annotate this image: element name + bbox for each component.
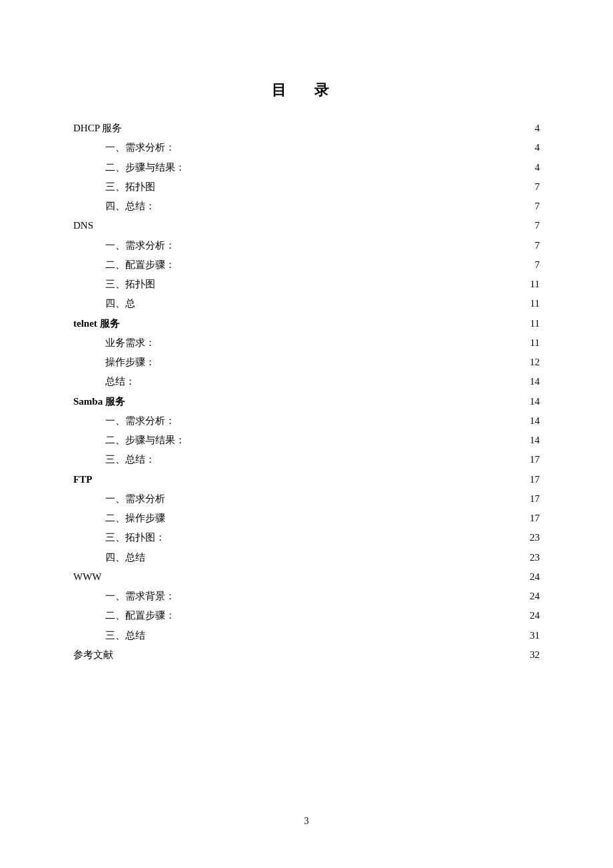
toc-entry-page: 11 bbox=[530, 275, 540, 294]
toc-entry-page: 17 bbox=[530, 489, 540, 509]
toc-entry-label: 四、总结： bbox=[105, 197, 155, 216]
toc-entry: 一、需求分析：4 bbox=[73, 138, 540, 157]
toc-leader-dots bbox=[177, 414, 528, 424]
toc-entry-label: WWW bbox=[73, 567, 101, 587]
toc-entry-label: 三、总结： bbox=[105, 450, 155, 469]
toc-entry-label: 二、配置步骤： bbox=[105, 255, 175, 275]
toc-leader-dots bbox=[127, 395, 528, 405]
toc-entry-page: 7 bbox=[535, 216, 540, 235]
toc-entry-page: 23 bbox=[530, 548, 540, 567]
document-page: 目 录 DHCP 服务4一、需求分析：4二、步骤与结果：4三、拓扑图7四、总结：… bbox=[0, 0, 613, 868]
toc-entry-page: 14 bbox=[530, 392, 540, 411]
toc-entry-label: 二、步骤与结果： bbox=[105, 431, 185, 450]
toc-leader-dots bbox=[177, 239, 534, 249]
toc-entry-page: 24 bbox=[530, 567, 540, 587]
toc-leader-dots bbox=[177, 589, 528, 599]
toc-entry: 二、操作步骤17 bbox=[73, 509, 540, 528]
toc-entry-label: DHCP 服务 bbox=[73, 119, 122, 138]
toc-entry: 一、需求分析：7 bbox=[73, 236, 540, 255]
toc-title: 目 录 bbox=[73, 80, 540, 100]
toc-entry-page: 11 bbox=[530, 333, 540, 353]
toc-entry-page: 11 bbox=[530, 294, 540, 313]
toc-entry: 四、总结：7 bbox=[73, 197, 540, 216]
toc-entry-page: 7 bbox=[535, 236, 540, 255]
toc-leader-dots bbox=[167, 531, 528, 541]
toc-entry-label: 操作步骤： bbox=[105, 353, 155, 372]
toc-entry-label: 业务需求： bbox=[105, 333, 155, 353]
toc-entry: 一、需求背景：24 bbox=[73, 587, 540, 606]
toc-entry-page: 7 bbox=[535, 255, 540, 275]
toc-entry: DHCP 服务4 bbox=[73, 119, 540, 138]
toc-entry: 三、总结：17 bbox=[73, 450, 540, 469]
toc-entry: DNS7 bbox=[73, 216, 540, 235]
toc-entry-page: 23 bbox=[530, 528, 540, 547]
toc-entry: 二、配置步骤：7 bbox=[73, 255, 540, 275]
toc-entry: Samba 服务14 bbox=[73, 392, 540, 411]
toc-leader-dots bbox=[147, 629, 528, 639]
toc-entry-label: FTP bbox=[73, 470, 92, 489]
toc-entry: 业务需求：11 bbox=[73, 333, 540, 353]
toc-entry: 四、总11 bbox=[73, 294, 540, 313]
toc-leader-dots bbox=[103, 570, 528, 580]
toc-entry-label: 总结： bbox=[105, 372, 135, 391]
toc-entry-label: 三、拓扑图 bbox=[105, 177, 155, 197]
toc-entry-page: 11 bbox=[530, 314, 540, 333]
toc-leader-dots bbox=[157, 355, 528, 365]
toc-leader-dots bbox=[157, 277, 529, 287]
toc-entry-label: 二、操作步骤 bbox=[105, 509, 165, 528]
toc-entry-page: 7 bbox=[535, 177, 540, 197]
toc-leader-dots bbox=[147, 551, 528, 561]
toc-leader-dots bbox=[137, 375, 528, 385]
toc-entry: 二、配置步骤：24 bbox=[73, 606, 540, 625]
toc-entry-label: 参考文献 bbox=[73, 645, 113, 665]
toc-entry: 二、步骤与结果：4 bbox=[73, 158, 540, 177]
toc-entry-label: 三、拓扑图 bbox=[105, 275, 155, 294]
toc-entry-page: 31 bbox=[530, 626, 540, 645]
toc-leader-dots bbox=[93, 473, 528, 483]
toc-entry: 三、拓扑图11 bbox=[73, 275, 540, 294]
toc-entry: FTP17 bbox=[73, 470, 540, 489]
toc-entry-page: 32 bbox=[530, 645, 540, 665]
toc-leader-dots bbox=[177, 609, 528, 619]
toc-entry: 三、总结31 bbox=[73, 626, 540, 645]
toc-entry-label: 四、总 bbox=[105, 294, 135, 313]
toc-entry-label: DNS bbox=[73, 216, 93, 235]
toc-entry-page: 12 bbox=[530, 353, 540, 372]
toc-leader-dots bbox=[157, 453, 528, 463]
toc-entry: telnet 服务11 bbox=[73, 314, 540, 333]
toc-entry: 总结：14 bbox=[73, 372, 540, 391]
toc-leader-dots bbox=[167, 492, 528, 502]
toc-entry-page: 4 bbox=[535, 158, 540, 177]
toc-entry-page: 14 bbox=[530, 411, 540, 431]
toc-entry: 一、需求分析：14 bbox=[73, 411, 540, 431]
toc-entry-label: 一、需求分析： bbox=[105, 411, 175, 431]
toc-leader-dots bbox=[157, 180, 534, 190]
toc-entry-label: 一、需求分析： bbox=[105, 138, 175, 157]
toc-leader-dots bbox=[177, 141, 534, 151]
toc-entry: 参考文献32 bbox=[73, 645, 540, 665]
toc-leader-dots bbox=[115, 648, 528, 658]
toc-leader-dots bbox=[123, 121, 533, 131]
toc-entry-label: 一、需求分析 bbox=[105, 489, 165, 509]
toc-leader-dots bbox=[187, 433, 528, 443]
toc-entry-label: 二、步骤与结果： bbox=[105, 158, 185, 177]
toc-entry-label: 一、需求分析： bbox=[105, 236, 175, 255]
toc-entry-page: 24 bbox=[530, 606, 540, 625]
toc-leader-dots bbox=[157, 199, 534, 209]
toc-entry: 操作步骤：12 bbox=[73, 353, 540, 372]
toc-entry-page: 17 bbox=[530, 450, 540, 469]
toc-entry-page: 4 bbox=[535, 138, 540, 157]
toc-leader-dots bbox=[187, 161, 534, 171]
toc-entry: 三、拓扑图：23 bbox=[73, 528, 540, 547]
toc-entry: WWW24 bbox=[73, 567, 540, 587]
toc-leader-dots bbox=[157, 336, 529, 346]
toc-entry-label: 一、需求背景： bbox=[105, 587, 175, 606]
toc-entry-page: 17 bbox=[530, 509, 540, 528]
toc-list: DHCP 服务4一、需求分析：4二、步骤与结果：4三、拓扑图7四、总结：7DNS… bbox=[73, 119, 540, 665]
toc-entry-page: 4 bbox=[535, 119, 540, 138]
toc-entry-label: 二、配置步骤： bbox=[105, 606, 175, 625]
toc-leader-dots bbox=[95, 219, 533, 229]
toc-entry: 一、需求分析17 bbox=[73, 489, 540, 509]
toc-entry: 三、拓扑图7 bbox=[73, 177, 540, 197]
toc-leader-dots bbox=[137, 297, 529, 307]
